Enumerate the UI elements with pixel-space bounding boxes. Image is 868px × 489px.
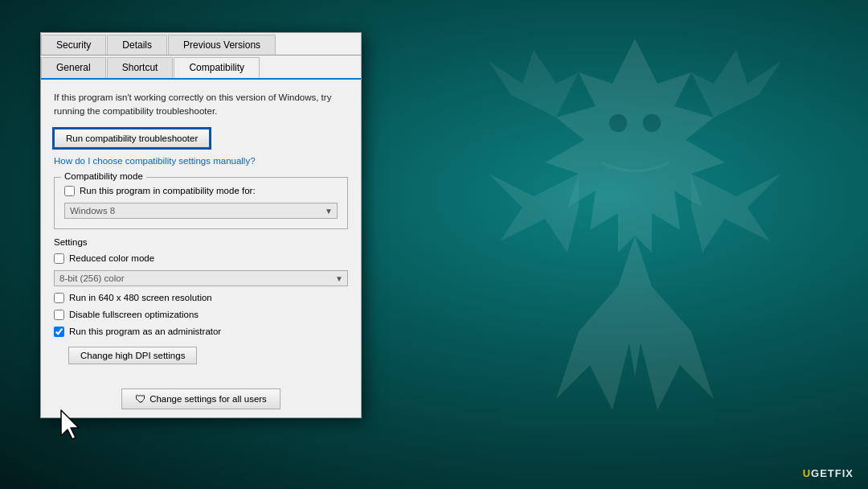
fullscreen-label: Disable fullscreen optimizations bbox=[69, 310, 199, 319]
tab-shortcut[interactable]: Shortcut bbox=[107, 57, 174, 78]
tab-security[interactable]: Security bbox=[41, 35, 106, 55]
compatibility-mode-label: Compatibility mode bbox=[61, 171, 146, 181]
troubleshooter-button[interactable]: Run compatibility troubleshooter bbox=[54, 129, 210, 148]
tab-details[interactable]: Details bbox=[107, 35, 167, 55]
change-dpi-button[interactable]: Change high DPI settings bbox=[68, 347, 197, 364]
intro-text: If this program isn't working correctly … bbox=[54, 91, 348, 119]
compatibility-dropdown[interactable]: Windows 8 Windows 7 Windows Vista Window… bbox=[64, 203, 338, 219]
tab-previous-versions[interactable]: Previous Versions bbox=[168, 35, 276, 55]
shield-icon: 🛡 bbox=[135, 392, 146, 405]
help-link[interactable]: How do I choose compatibility settings m… bbox=[54, 156, 348, 166]
compatibility-checkbox-label: Run this program in compatibility mode f… bbox=[80, 186, 256, 195]
color-dropdown[interactable]: 8-bit (256) color 16-bit (65536) color bbox=[54, 270, 348, 286]
admin-row: Run this program as an administrator bbox=[54, 327, 348, 337]
ugetfix-logo: UGETFIX bbox=[803, 467, 854, 479]
compatibility-dropdown-wrapper: Windows 8 Windows 7 Windows Vista Window… bbox=[64, 203, 338, 219]
reduced-color-row: Reduced color mode bbox=[54, 253, 348, 264]
reduced-color-checkbox[interactable] bbox=[54, 253, 64, 264]
compatibility-checkbox-row: Run this program in compatibility mode f… bbox=[64, 186, 338, 196]
change-all-users-button[interactable]: 🛡 Change settings for all users bbox=[121, 388, 280, 409]
resolution-checkbox[interactable] bbox=[54, 293, 64, 303]
resolution-row: Run in 640 x 480 screen resolution bbox=[54, 293, 348, 303]
bottom-tabs: General Shortcut Compatibility bbox=[41, 55, 361, 80]
settings-label: Settings bbox=[54, 237, 348, 247]
color-dropdown-wrapper: 8-bit (256) color 16-bit (65536) color ▼ bbox=[54, 270, 348, 286]
tab-compatibility[interactable]: Compatibility bbox=[174, 57, 260, 78]
top-tabs: Security Details Previous Versions bbox=[41, 33, 361, 55]
change-all-users-label: Change settings for all users bbox=[149, 394, 267, 404]
properties-dialog: Security Details Previous Versions Gener… bbox=[40, 32, 362, 418]
settings-section: Settings Reduced color mode 8-bit (256) … bbox=[54, 237, 348, 364]
bottom-button-row: 🛡 Change settings for all users bbox=[41, 382, 361, 417]
admin-checkbox[interactable] bbox=[54, 327, 64, 337]
compatibility-checkbox[interactable] bbox=[64, 186, 75, 196]
fullscreen-row: Disable fullscreen optimizations bbox=[54, 310, 348, 320]
resolution-label: Run in 640 x 480 screen resolution bbox=[69, 293, 212, 302]
compatibility-mode-group: Compatibility mode Run this program in c… bbox=[54, 177, 348, 229]
reduced-color-label: Reduced color mode bbox=[69, 253, 154, 263]
content-area: If this program isn't working correctly … bbox=[41, 80, 361, 382]
admin-label: Run this program as an administrator bbox=[69, 327, 221, 336]
fullscreen-checkbox[interactable] bbox=[54, 310, 64, 320]
tab-general[interactable]: General bbox=[41, 57, 106, 78]
